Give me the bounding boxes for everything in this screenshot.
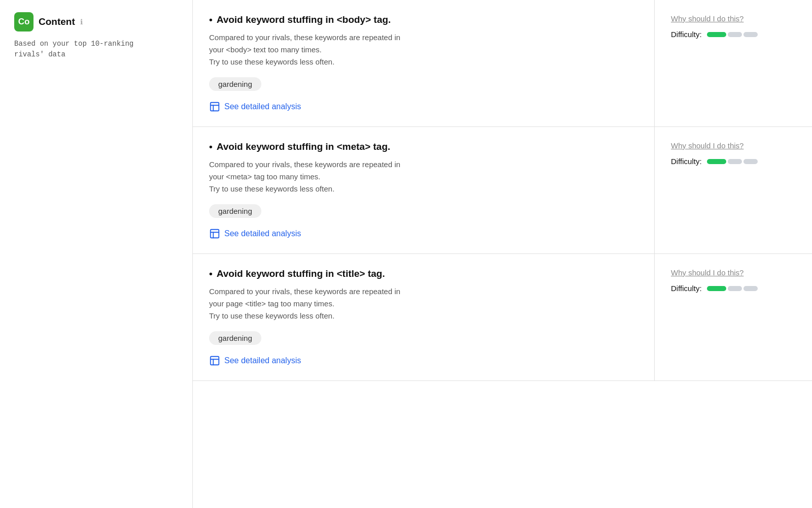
keyword-tag-2: gardening xyxy=(209,204,261,218)
difficulty-label-3: Difficulty: xyxy=(671,284,702,293)
difficulty-empty-1b xyxy=(743,32,758,37)
recommendation-body-1: • Avoid keyword stuffing in <body> tag. … xyxy=(193,0,655,126)
see-analysis-label-3: See detailed analysis xyxy=(224,356,301,365)
recommendation-row-2: • Avoid keyword stuffing in <meta> tag. … xyxy=(193,127,812,254)
see-analysis-label-1: See detailed analysis xyxy=(224,102,301,111)
desc-line2-2: your <meta> tag too many times. xyxy=(209,172,320,181)
svg-rect-3 xyxy=(211,230,219,238)
analysis-icon-2 xyxy=(209,228,220,239)
main-content: • Avoid keyword stuffing in <body> tag. … xyxy=(193,0,812,508)
page-container: Co Content ℹ Based on your top 10-rankin… xyxy=(0,0,812,508)
desc-line1-2: Compared to your rivals, these keywords … xyxy=(209,160,400,169)
difficulty-row-1: Difficulty: xyxy=(671,30,796,39)
difficulty-row-2: Difficulty: xyxy=(671,157,796,166)
title-text-3: Avoid keyword stuffing in <title> tag. xyxy=(217,268,385,279)
desc-line1-3: Compared to your rivals, these keywords … xyxy=(209,287,400,296)
why-link-3[interactable]: Why should I do this? xyxy=(671,268,796,277)
recommendation-description-3: Compared to your rivals, these keywords … xyxy=(209,285,636,322)
see-analysis-label-2: See detailed analysis xyxy=(224,229,301,238)
difficulty-empty-3b xyxy=(743,286,758,291)
info-icon[interactable]: ℹ xyxy=(80,18,83,26)
recommendation-description-1: Compared to your rivals, these keywords … xyxy=(209,31,636,68)
desc-line3-3: Try to use these keywords less often. xyxy=(209,311,334,320)
title-text-2: Avoid keyword stuffing in <meta> tag. xyxy=(217,141,390,152)
desc-line1-1: Compared to your rivals, these keywords … xyxy=(209,33,400,42)
desc-line3-1: Try to use these keywords less often. xyxy=(209,57,334,66)
title-text-1: Avoid keyword stuffing in <body> tag. xyxy=(217,14,391,25)
keyword-text-1: gardening xyxy=(218,80,252,88)
difficulty-filled-3 xyxy=(707,286,726,291)
difficulty-empty-3a xyxy=(728,286,742,291)
difficulty-empty-1a xyxy=(728,32,742,37)
difficulty-filled-1 xyxy=(707,32,726,37)
analysis-icon-1 xyxy=(209,101,220,112)
desc-line2-1: your <body> text too many times. xyxy=(209,45,322,54)
keyword-tag-1: gardening xyxy=(209,77,261,91)
bullet-1: • xyxy=(209,14,213,25)
svg-rect-0 xyxy=(211,103,219,111)
sidebar-description: Based on your top 10-rankingrivals' data xyxy=(14,39,178,60)
recommendation-meta-3: Why should I do this? Difficulty: xyxy=(655,254,812,380)
analysis-icon-3 xyxy=(209,355,220,366)
sidebar-title: Content xyxy=(39,16,75,27)
difficulty-empty-2a xyxy=(728,159,742,164)
keyword-tag-3: gardening xyxy=(209,331,261,345)
difficulty-bar-container-3 xyxy=(707,286,758,291)
see-analysis-link-3[interactable]: See detailed analysis xyxy=(209,355,636,366)
difficulty-filled-2 xyxy=(707,159,726,164)
difficulty-bar-container-1 xyxy=(707,32,758,37)
recommendation-title-1: • Avoid keyword stuffing in <body> tag. xyxy=(209,14,636,25)
sidebar-header: Co Content ℹ xyxy=(14,12,178,31)
keyword-text-3: gardening xyxy=(218,334,252,342)
sidebar: Co Content ℹ Based on your top 10-rankin… xyxy=(0,0,193,508)
difficulty-label-2: Difficulty: xyxy=(671,157,702,166)
recommendation-row: • Avoid keyword stuffing in <body> tag. … xyxy=(193,0,812,127)
desc-line2-3: your page <title> tag too many times. xyxy=(209,299,334,308)
difficulty-bar-container-2 xyxy=(707,159,758,164)
difficulty-row-3: Difficulty: xyxy=(671,284,796,293)
keyword-text-2: gardening xyxy=(218,207,252,215)
desc-line3-2: Try to use these keywords less often. xyxy=(209,184,334,193)
bullet-2: • xyxy=(209,141,213,152)
difficulty-empty-2b xyxy=(743,159,758,164)
why-link-2[interactable]: Why should I do this? xyxy=(671,141,796,150)
recommendation-body-3: • Avoid keyword stuffing in <title> tag.… xyxy=(193,254,655,380)
recommendation-title-2: • Avoid keyword stuffing in <meta> tag. xyxy=(209,141,636,152)
recommendation-body-2: • Avoid keyword stuffing in <meta> tag. … xyxy=(193,127,655,253)
recommendation-meta-1: Why should I do this? Difficulty: xyxy=(655,0,812,126)
svg-rect-6 xyxy=(211,357,219,365)
recommendation-title-3: • Avoid keyword stuffing in <title> tag. xyxy=(209,268,636,279)
recommendation-description-2: Compared to your rivals, these keywords … xyxy=(209,158,636,195)
why-link-1[interactable]: Why should I do this? xyxy=(671,14,796,23)
logo-text: Co xyxy=(18,17,30,27)
recommendation-row-3: • Avoid keyword stuffing in <title> tag.… xyxy=(193,254,812,381)
see-analysis-link-2[interactable]: See detailed analysis xyxy=(209,228,636,239)
difficulty-label-1: Difficulty: xyxy=(671,30,702,39)
bullet-3: • xyxy=(209,268,213,279)
recommendation-meta-2: Why should I do this? Difficulty: xyxy=(655,127,812,253)
see-analysis-link-1[interactable]: See detailed analysis xyxy=(209,101,636,112)
sidebar-logo: Co xyxy=(14,12,33,31)
